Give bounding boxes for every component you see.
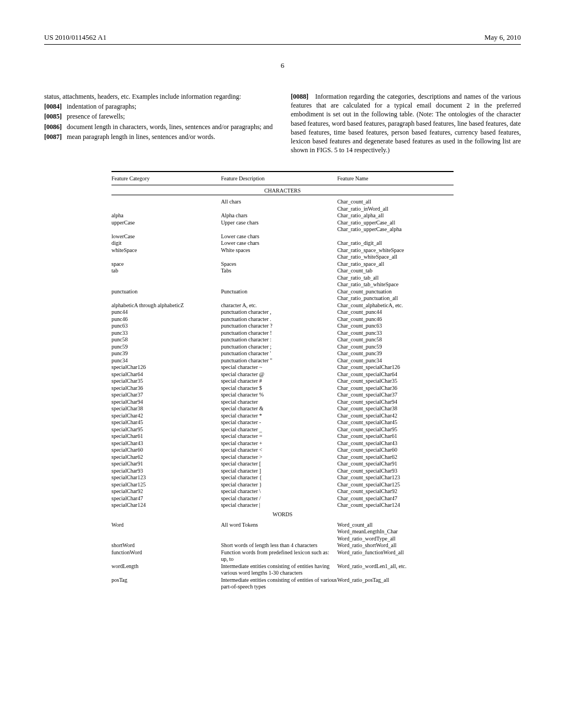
- cell-name: Char_count_specialChar125: [337, 481, 454, 489]
- cell-description: special character ]: [221, 468, 337, 475]
- table-row: Char_ratio_punctuation_all: [111, 295, 454, 302]
- cell-name: Char_count_specialChar42: [337, 413, 454, 420]
- para-text: mean paragraph length in lines, sentence…: [67, 133, 215, 141]
- table-row: specialChar61special character =Char_cou…: [111, 433, 454, 440]
- cell-name: Char_count_punctuation: [337, 288, 454, 296]
- cell-category: [111, 226, 221, 233]
- cell-description: special character *: [221, 413, 337, 420]
- body-columns: status, attachments, headers, etc. Examp…: [44, 92, 521, 154]
- table-row: punc34punctuation character "Char_count_…: [111, 357, 454, 365]
- cell-name: Char_count_punc46: [337, 316, 454, 323]
- cell-description: special character {: [221, 474, 337, 481]
- para-num: [0088]: [291, 93, 308, 100]
- cell-description: special character ~: [221, 364, 337, 371]
- cell-description: [221, 295, 337, 302]
- cell-description: special character #: [221, 378, 337, 385]
- table-row: specialChar60special character <Char_cou…: [111, 447, 454, 454]
- publication-date: May 6, 2010: [484, 33, 521, 42]
- cell-category: punc59: [111, 344, 221, 351]
- cell-description: punctuation character ': [221, 350, 337, 357]
- cell-name: Word_ratio_functionWord_all: [337, 549, 454, 563]
- cell-category: specialChar42: [111, 413, 221, 420]
- cell-name: Char_ratio_upperCase_alpha: [337, 226, 454, 233]
- cell-name: Char_ratio_tab_all: [337, 275, 454, 282]
- header-description: Feature Description: [221, 175, 337, 181]
- cell-description: White spaces: [221, 247, 337, 254]
- cell-description: special character |: [221, 502, 337, 509]
- cell-category: punc63: [111, 323, 221, 330]
- cell-category: [111, 254, 221, 261]
- cell-category: specialChar43: [111, 440, 221, 447]
- right-column: [0088] Information regarding the categor…: [291, 92, 521, 154]
- cell-description: punctuation character ;: [221, 344, 337, 351]
- table-row: specialChar42special character *Char_cou…: [111, 413, 454, 420]
- table-row: punc33punctuation character !Char_count_…: [111, 330, 454, 337]
- para-num: [0087]: [44, 133, 62, 141]
- para-0087: [0087] mean paragraph length in lines, s…: [44, 132, 274, 141]
- header-name: Feature Name: [337, 175, 454, 181]
- left-intro: status, attachments, headers, etc. Examp…: [44, 93, 241, 100]
- cell-category: wordLength: [111, 563, 221, 577]
- cell-description: special character [: [221, 461, 337, 468]
- table-row: alphaAlpha charsChar_ratio_alpha_all: [111, 212, 454, 220]
- cell-description: [221, 206, 337, 213]
- cell-category: specialChar64: [111, 371, 221, 378]
- cell-description: Tabs: [221, 267, 337, 275]
- cell-name: Word_ratio_wordLen1_all, etc.: [337, 563, 454, 577]
- cell-name: Char_count_specialChar43: [337, 440, 454, 447]
- table-row: shortWordShort words of length less than…: [111, 542, 454, 549]
- table-row: specialChar37special character %Char_cou…: [111, 392, 454, 399]
- cell-category: [111, 295, 221, 302]
- table-row: tabTabsChar_count_tab: [111, 267, 454, 275]
- cell-name: Char_ratio_whiteSpace_all: [337, 254, 454, 261]
- cell-name: Char_count_specialChar123: [337, 474, 454, 481]
- table-row: specialChar92special character \Char_cou…: [111, 488, 454, 495]
- cell-name: Char_count_punc59: [337, 344, 454, 351]
- cell-name: Char_ratio_inWord_all: [337, 206, 454, 213]
- cell-name: Char_count_specialChar60: [337, 447, 454, 454]
- cell-category: specialChar94: [111, 399, 221, 406]
- cell-name: Word_meanLengthIn_Char: [337, 528, 454, 536]
- cell-description: [221, 254, 337, 261]
- cell-category: [111, 206, 221, 213]
- table-row: lowerCaseLower case chars: [111, 233, 454, 240]
- para-num: [0085]: [44, 113, 62, 120]
- table-row: punctuationPunctuationChar_count_punctua…: [111, 288, 454, 296]
- header-category: Feature Category: [111, 175, 221, 181]
- cell-description: punctuation character ": [221, 357, 337, 365]
- table-row: specialChar125special character }Char_co…: [111, 481, 454, 489]
- table-row: All charsChar_count_all: [111, 199, 454, 206]
- table-row: punc44punctuation character ,Char_count_…: [111, 309, 454, 316]
- cell-description: [221, 226, 337, 233]
- cell-name: Char_count_punc39: [337, 350, 454, 357]
- cell-category: punc44: [111, 309, 221, 316]
- cell-description: special character <: [221, 447, 337, 454]
- cell-category: specialChar124: [111, 502, 221, 509]
- cell-category: upperCase: [111, 220, 221, 227]
- table-row: specialChar95special character _Char_cou…: [111, 426, 454, 433]
- table-row: specialChar38special character &Char_cou…: [111, 405, 454, 413]
- table-row: punc63punctuation character ?Char_count_…: [111, 323, 454, 330]
- cell-name: Char_count_specialChar126: [337, 364, 454, 371]
- cell-description: special character -: [221, 419, 337, 426]
- section-words: WORDS: [111, 509, 454, 518]
- cell-description: Lower case chars: [221, 233, 337, 240]
- cell-name: Char_count_punc63: [337, 323, 454, 330]
- cell-name: Char_count_specialChar91: [337, 461, 454, 468]
- cell-description: special character /: [221, 495, 337, 502]
- cell-category: space: [111, 261, 221, 268]
- table-row: wordLengthIntermediate entities consisti…: [111, 563, 454, 577]
- cell-category: [111, 281, 221, 288]
- cell-category: specialChar125: [111, 481, 221, 489]
- cell-category: tab: [111, 267, 221, 275]
- cell-description: special character &: [221, 405, 337, 413]
- cell-name: Char_ratio_alpha_all: [337, 212, 454, 220]
- table-row: Char_ratio_tab_all: [111, 275, 454, 282]
- table-row: specialChar91special character [Char_cou…: [111, 461, 454, 468]
- cell-description: [221, 536, 337, 543]
- cell-name: Char_ratio_space_whiteSpace: [337, 247, 454, 254]
- cell-description: Alpha chars: [221, 212, 337, 220]
- cell-name: Char_count_specialChar61: [337, 433, 454, 440]
- cell-category: whiteSpace: [111, 247, 221, 254]
- cell-name: Char_count_specialChar35: [337, 378, 454, 385]
